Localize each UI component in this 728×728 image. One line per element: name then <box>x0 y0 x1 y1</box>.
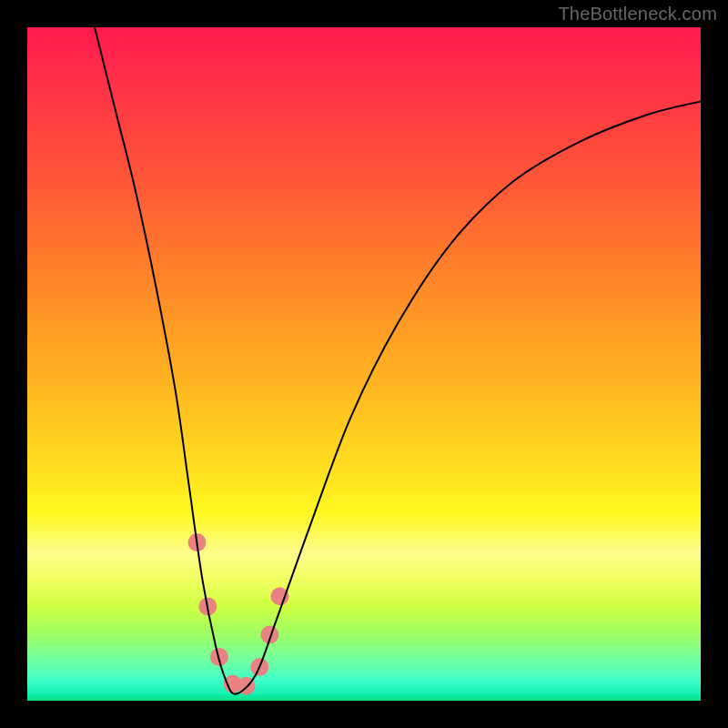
watermark: TheBottleneck.com <box>558 4 717 25</box>
marker-group <box>187 533 288 695</box>
plot-area <box>27 27 701 701</box>
curve-layer <box>27 27 701 701</box>
chart-frame: TheBottleneck.com <box>0 0 728 728</box>
bottleneck-curve <box>95 27 701 694</box>
